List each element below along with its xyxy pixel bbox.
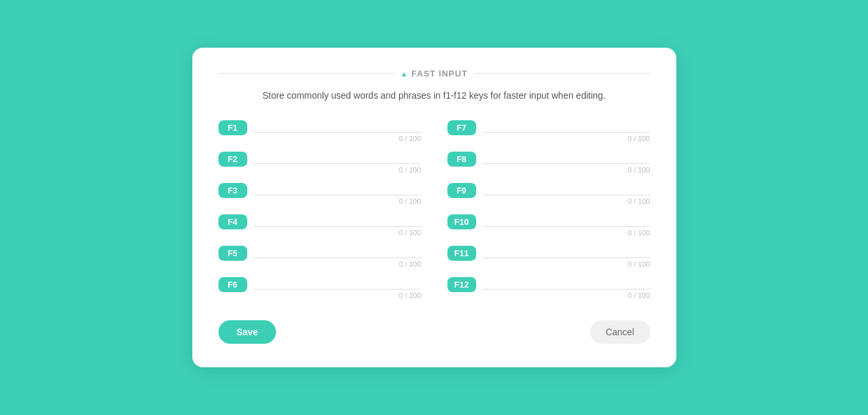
fast-input-modal: ▲ FAST INPUT Store commonly used words a…	[192, 48, 676, 367]
field-input-f10[interactable]	[483, 210, 650, 227]
char-count-f9: 0 / 100	[483, 197, 650, 205]
field-input-f6[interactable]	[254, 273, 421, 290]
key-badge-f9: F9	[447, 183, 476, 198]
char-count-f4: 0 / 100	[254, 229, 421, 237]
field-input-f12[interactable]	[483, 273, 650, 290]
field-row-f12: F120 / 100	[447, 273, 650, 299]
triangle-icon: ▲	[400, 70, 408, 78]
section-header: ▲ FAST INPUT	[218, 69, 650, 78]
field-wrapper-f6: 0 / 100	[254, 273, 421, 299]
char-count-f6: 0 / 100	[254, 291, 421, 299]
key-badge-f12: F12	[447, 277, 476, 292]
field-row-f6: F60 / 100	[218, 273, 421, 299]
field-row-f9: F90 / 100	[447, 179, 650, 205]
char-count-f2: 0 / 100	[254, 166, 421, 174]
header-title-wrapper: ▲ FAST INPUT	[400, 69, 468, 78]
footer: Save Cancel	[218, 320, 650, 344]
field-input-f9[interactable]	[483, 179, 650, 195]
field-input-f7[interactable]	[483, 116, 650, 133]
field-wrapper-f9: 0 / 100	[483, 179, 650, 205]
field-wrapper-f3: 0 / 100	[254, 179, 421, 205]
header-line-left	[218, 73, 394, 74]
key-badge-f10: F10	[447, 214, 476, 229]
field-row-f8: F80 / 100	[447, 148, 650, 174]
key-badge-f5: F5	[218, 246, 247, 261]
field-wrapper-f2: 0 / 100	[254, 148, 421, 174]
field-row-f11: F110 / 100	[447, 242, 650, 268]
field-row-f4: F40 / 100	[218, 210, 421, 237]
field-wrapper-f12: 0 / 100	[483, 273, 650, 299]
section-title: FAST INPUT	[411, 69, 468, 78]
field-row-f7: F70 / 100	[447, 116, 650, 142]
char-count-f7: 0 / 100	[483, 135, 650, 142]
field-wrapper-f1: 0 / 100	[254, 116, 421, 142]
field-row-f10: F100 / 100	[447, 210, 650, 237]
key-badge-f4: F4	[218, 214, 247, 229]
key-badge-f11: F11	[447, 246, 476, 261]
fields-grid: F10 / 100F70 / 100F20 / 100F80 / 100F30 …	[218, 116, 650, 305]
char-count-f12: 0 / 100	[483, 291, 650, 299]
key-badge-f6: F6	[218, 277, 247, 292]
field-wrapper-f8: 0 / 100	[483, 148, 650, 174]
field-row-f2: F20 / 100	[218, 148, 421, 174]
key-badge-f3: F3	[218, 183, 247, 198]
field-input-f11[interactable]	[483, 242, 650, 258]
key-badge-f8: F8	[447, 152, 476, 167]
field-input-f2[interactable]	[254, 148, 421, 164]
field-wrapper-f5: 0 / 100	[254, 242, 421, 268]
field-input-f8[interactable]	[483, 148, 650, 164]
char-count-f5: 0 / 100	[254, 260, 421, 268]
field-row-f5: F50 / 100	[218, 242, 421, 268]
char-count-f10: 0 / 100	[483, 229, 650, 237]
save-button[interactable]: Save	[218, 320, 277, 344]
field-input-f4[interactable]	[254, 210, 421, 227]
field-input-f5[interactable]	[254, 242, 421, 258]
key-badge-f2: F2	[218, 152, 247, 167]
char-count-f8: 0 / 100	[483, 166, 650, 174]
cancel-button[interactable]: Cancel	[590, 320, 650, 344]
key-badge-f7: F7	[447, 120, 476, 135]
char-count-f3: 0 / 100	[254, 197, 421, 205]
section-description: Store commonly used words and phrases in…	[218, 90, 650, 101]
field-wrapper-f11: 0 / 100	[483, 242, 650, 268]
field-wrapper-f4: 0 / 100	[254, 210, 421, 237]
key-badge-f1: F1	[218, 120, 247, 135]
field-input-f3[interactable]	[254, 179, 421, 195]
header-line-right	[474, 73, 650, 74]
char-count-f1: 0 / 100	[254, 135, 421, 142]
char-count-f11: 0 / 100	[483, 260, 650, 268]
field-row-f1: F10 / 100	[218, 116, 421, 142]
field-row-f3: F30 / 100	[218, 179, 421, 205]
field-wrapper-f7: 0 / 100	[483, 116, 650, 142]
field-wrapper-f10: 0 / 100	[483, 210, 650, 237]
field-input-f1[interactable]	[254, 116, 421, 133]
